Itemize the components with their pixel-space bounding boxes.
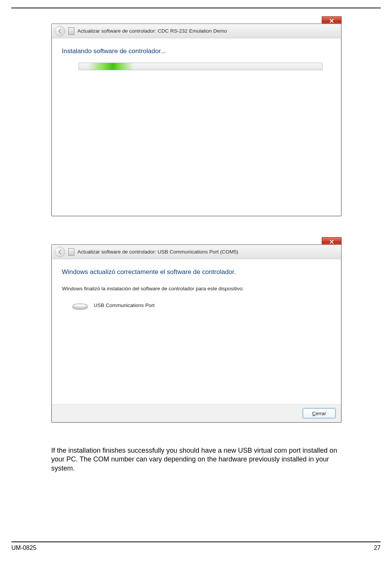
device-title-icon xyxy=(68,248,74,256)
footer-rule xyxy=(11,542,381,542)
back-button[interactable] xyxy=(55,247,65,257)
close-button-label: Cerrar xyxy=(312,411,326,416)
device-title-icon xyxy=(68,27,74,35)
success-heading: Windows actualizó correctamente el softw… xyxy=(62,268,331,276)
back-arrow-icon xyxy=(57,249,63,255)
install-heading: Instalando software de controlador... xyxy=(62,47,331,55)
footer-row: UM-0825 27 xyxy=(11,545,381,551)
device-name: USB Communications Port xyxy=(94,302,155,308)
header-rule xyxy=(11,8,381,8)
page-number: 27 xyxy=(374,545,381,551)
progress-indicator xyxy=(88,63,134,70)
back-arrow-icon xyxy=(57,28,63,34)
window-title: Actualizar software de controlador: CDC … xyxy=(77,28,227,34)
close-icon xyxy=(329,19,334,23)
title-bar: Actualizar software de controlador: CDC … xyxy=(52,24,341,38)
device-icon xyxy=(72,300,88,310)
button-row: Cerrar xyxy=(52,404,341,422)
dialog-complete: Actualizar software de controlador: USB … xyxy=(51,240,342,423)
doc-id: UM-0825 xyxy=(11,545,36,551)
svg-point-2 xyxy=(74,304,87,307)
window-frame: Actualizar software de controlador: CDC … xyxy=(51,24,342,216)
content-area: Actualizar software de controlador: CDC … xyxy=(51,19,342,473)
success-subtext: Windows finalizó la instalación del soft… xyxy=(62,286,331,291)
progress-bar xyxy=(79,63,323,70)
window-title: Actualizar software de controlador: USB … xyxy=(77,249,238,255)
caption-text: If the installation finishes successfull… xyxy=(51,446,342,473)
window-frame: Actualizar software de controlador: USB … xyxy=(51,244,342,423)
document-page: Actualizar software de controlador: CDC … xyxy=(0,0,392,562)
window-body: Windows actualizó correctamente el softw… xyxy=(52,259,341,422)
close-dialog-button[interactable]: Cerrar xyxy=(303,408,335,418)
dialog-installing: Actualizar software de controlador: CDC … xyxy=(51,19,342,216)
window-body: Instalando software de controlador... xyxy=(52,38,341,216)
title-bar: Actualizar software de controlador: USB … xyxy=(52,245,341,259)
device-row: USB Communications Port xyxy=(72,300,331,310)
spacer xyxy=(62,310,331,404)
close-icon xyxy=(329,239,334,244)
page-footer: UM-0825 27 xyxy=(11,542,381,551)
back-button[interactable] xyxy=(55,26,65,36)
